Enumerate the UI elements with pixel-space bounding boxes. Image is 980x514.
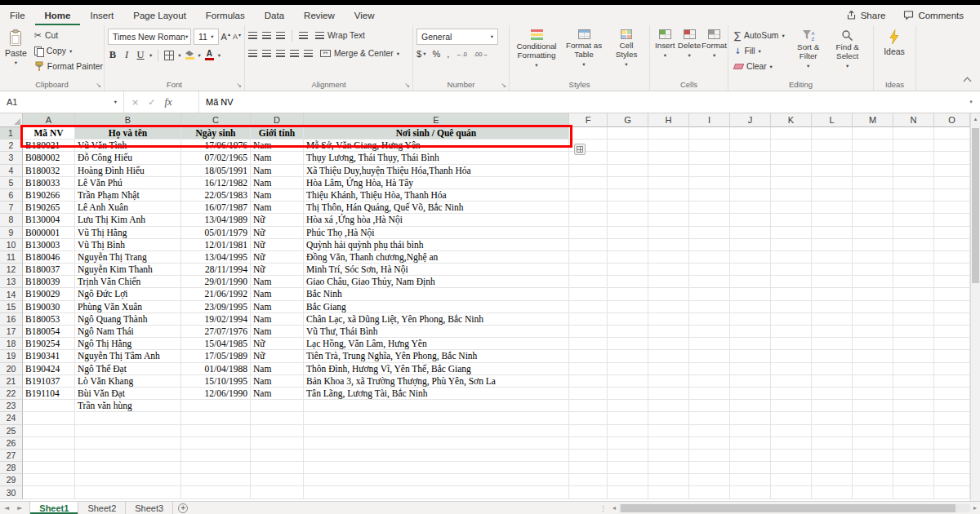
cell-O10[interactable] (934, 239, 970, 251)
cell-J17[interactable] (730, 326, 771, 338)
cell-I5[interactable] (689, 177, 730, 189)
cell-A28[interactable] (23, 462, 75, 474)
cell-L5[interactable] (812, 177, 853, 189)
cell-O6[interactable] (934, 189, 970, 202)
cell-G28[interactable] (608, 462, 648, 474)
cell-O8[interactable] (934, 214, 970, 226)
cell-N2[interactable] (893, 140, 934, 152)
font-size-combo[interactable]: 11 ▾ (194, 29, 219, 45)
cell-N16[interactable] (893, 313, 934, 326)
format-cells-button[interactable]: Format ▾ (702, 29, 727, 61)
cell-C6[interactable]: 22/05/1983 (181, 189, 251, 202)
cell-O4[interactable] (934, 165, 970, 177)
cell-C17[interactable]: 27/07/1976 (181, 326, 251, 338)
cell-J3[interactable] (730, 152, 771, 164)
cell-B9[interactable]: Vũ Thị Hằng (75, 227, 181, 239)
cell-A11[interactable]: B180046 (23, 251, 75, 264)
cell-O13[interactable] (934, 276, 970, 288)
column-header-D[interactable]: D (251, 113, 304, 127)
column-header-I[interactable]: I (689, 113, 730, 127)
increase-font-size-button[interactable]: A▴ (221, 32, 230, 42)
name-box[interactable]: A1 ▾ (0, 91, 124, 113)
find-select-button[interactable]: Find & Select ▾ (830, 29, 866, 72)
cell-G10[interactable] (608, 239, 648, 251)
row-header-24[interactable]: 24 (0, 412, 23, 424)
cell-H29[interactable] (648, 474, 689, 486)
cell-N26[interactable] (893, 437, 934, 450)
cell-D9[interactable]: Nữ (251, 227, 304, 239)
cell-N29[interactable] (893, 474, 934, 486)
cell-L21[interactable] (812, 375, 853, 388)
cell-A13[interactable]: B180039 (23, 276, 75, 288)
cell-C16[interactable]: 19/02/1994 (181, 313, 251, 326)
cell-F25[interactable] (569, 425, 608, 437)
row-header-3[interactable]: 3 (0, 152, 23, 164)
collapse-ribbon-icon[interactable] (964, 78, 972, 86)
cell-A9[interactable]: B000001 (23, 227, 75, 239)
cell-D27[interactable] (251, 450, 304, 462)
cell-O28[interactable] (934, 462, 970, 474)
cell-C15[interactable]: 23/09/1995 (181, 301, 251, 313)
cell-M3[interactable] (853, 152, 893, 164)
hscroll-right-icon[interactable]: ▸ (970, 504, 980, 512)
cell-L15[interactable] (812, 301, 853, 313)
cell-A19[interactable]: B190341 (23, 350, 75, 362)
cell-K20[interactable] (771, 363, 812, 375)
cell-I18[interactable] (689, 338, 730, 350)
cell-B6[interactable]: Trần Phạm Nhật (75, 189, 181, 202)
cell-L13[interactable] (812, 276, 853, 288)
cell-D4[interactable]: Nam (251, 165, 304, 177)
cell-A10[interactable]: B130003 (23, 239, 75, 251)
cell-G12[interactable] (608, 264, 648, 276)
cell-G26[interactable] (608, 437, 648, 450)
accounting-format-button[interactable]: $▾ (416, 49, 425, 59)
font-name-combo[interactable]: Times New Roman ▾ (108, 29, 191, 45)
cell-K30[interactable] (771, 486, 812, 498)
cell-N14[interactable] (893, 288, 934, 300)
cell-K25[interactable] (771, 425, 812, 437)
cell-F13[interactable] (569, 276, 608, 288)
cell-G16[interactable] (608, 313, 648, 326)
orientation-icon[interactable] (299, 32, 308, 39)
cell-M12[interactable] (853, 264, 893, 276)
cell-D20[interactable]: Nam (251, 363, 304, 375)
cell-C12[interactable]: 28/11/1994 (181, 264, 251, 276)
copy-button[interactable]: Copy ▾ (32, 44, 105, 58)
cell-C2[interactable]: 17/06/1976 (181, 140, 251, 152)
row-header-18[interactable]: 18 (0, 338, 23, 350)
cell-M11[interactable] (853, 251, 893, 264)
row-header-23[interactable]: 23 (0, 400, 23, 412)
fill-button[interactable]: ↓ Fill ▾ (732, 44, 787, 58)
cell-H21[interactable] (648, 375, 689, 388)
row-header-20[interactable]: 20 (0, 363, 23, 375)
cell-J1[interactable] (730, 127, 771, 140)
cell-B17[interactable]: Ngô Nam Thái (75, 326, 181, 338)
ideas-button[interactable]: Ideas (877, 29, 911, 57)
cell-D30[interactable] (251, 486, 304, 498)
cell-I9[interactable] (689, 227, 730, 239)
cell-F20[interactable] (569, 363, 608, 375)
cell-M19[interactable] (853, 350, 893, 362)
cell-L7[interactable] (812, 202, 853, 214)
cell-M8[interactable] (853, 214, 893, 226)
quick-analysis-button[interactable] (574, 144, 586, 155)
cell-M2[interactable] (853, 140, 893, 152)
cell-L23[interactable] (812, 400, 853, 412)
cell-D6[interactable]: Nam (251, 189, 304, 202)
cell-I1[interactable] (689, 127, 730, 140)
cell-O14[interactable] (934, 288, 970, 300)
font-color-button[interactable]: A (205, 50, 214, 60)
cell-I21[interactable] (689, 375, 730, 388)
cell-B27[interactable] (75, 450, 181, 462)
row-header-17[interactable]: 17 (0, 326, 23, 338)
cell-F22[interactable] (569, 388, 608, 400)
cell-I26[interactable] (689, 437, 730, 450)
comments-button[interactable]: Comments (897, 8, 970, 22)
cell-H13[interactable] (648, 276, 689, 288)
cell-L29[interactable] (812, 474, 853, 486)
cell-E27[interactable] (304, 450, 569, 462)
format-painter-button[interactable]: Format Painter (32, 60, 105, 73)
cell-B21[interactable]: Lò Văn Khang (75, 375, 181, 388)
cell-F10[interactable] (569, 239, 608, 251)
cell-I22[interactable] (689, 388, 730, 400)
